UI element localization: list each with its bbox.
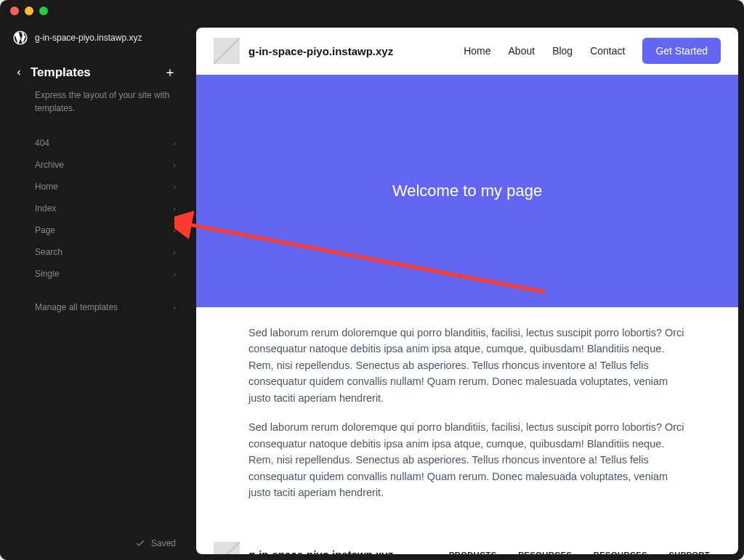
check-icon xyxy=(135,538,145,548)
template-item-archive[interactable]: Archive › xyxy=(15,154,176,176)
site-brand: g-in-space-piyo.instawp.xyz xyxy=(214,38,393,64)
chevron-right-icon: › xyxy=(173,248,176,256)
footer-brand: g-in-space-piyo.instawp.xyz xyxy=(214,542,393,554)
template-item-home[interactable]: Home › xyxy=(15,176,176,198)
editor-sidebar: g-in-space-piyo.instawp.xyz Templates Ex… xyxy=(0,22,190,560)
footer-col-resources-2[interactable]: RESOURCES xyxy=(594,551,647,554)
footer-nav: PRODUCTS RESOURCES RESOURCES SUPPORT xyxy=(438,551,721,554)
chevron-right-icon: › xyxy=(173,204,176,213)
app-window: g-in-space-piyo.instawp.xyz Templates Ex… xyxy=(0,0,744,560)
template-item-label: 404 xyxy=(35,138,49,148)
chevron-right-icon: › xyxy=(173,303,176,312)
nav-link-about[interactable]: About xyxy=(509,45,535,57)
footer-col-support[interactable]: SUPPORT xyxy=(669,551,711,554)
wordpress-icon xyxy=(13,31,28,45)
hero-block[interactable]: Welcome to my page xyxy=(196,75,738,307)
site-logo-placeholder[interactable] xyxy=(214,542,240,554)
site-logo-placeholder[interactable] xyxy=(214,38,240,64)
footer-site-name[interactable]: g-in-space-piyo.instawp.xyz xyxy=(248,548,393,554)
template-item-page[interactable]: Page › xyxy=(15,219,176,241)
nav-link-contact[interactable]: Contact xyxy=(590,45,625,57)
site-footer: g-in-space-piyo.instawp.xyz PRODUCTS RES… xyxy=(196,532,738,554)
panel-title: Templates xyxy=(31,65,164,80)
template-item-search[interactable]: Search › xyxy=(15,241,176,263)
chevron-right-icon: › xyxy=(173,139,176,147)
manage-all-templates[interactable]: Manage all templates › xyxy=(15,291,176,318)
paragraph: Sed laborum rerum doloremque qui porro b… xyxy=(248,325,686,406)
saved-label: Saved xyxy=(151,538,176,548)
nav-link-blog[interactable]: Blog xyxy=(552,45,573,57)
manage-label: Manage all templates xyxy=(35,302,118,312)
site-header: g-in-space-piyo.instawp.xyz Home About B… xyxy=(196,28,738,75)
site-name[interactable]: g-in-space-piyo.instawp.xyz xyxy=(248,45,393,57)
template-item-label: Search xyxy=(35,247,62,257)
nav-link-home[interactable]: Home xyxy=(464,45,490,57)
maximize-window-button[interactable] xyxy=(39,7,48,15)
get-started-button[interactable]: Get Started xyxy=(642,38,721,64)
template-item-index[interactable]: Index › xyxy=(15,198,176,219)
footer-col-products[interactable]: PRODUCTS xyxy=(449,551,497,554)
hero-title: Welcome to my page xyxy=(392,182,542,200)
template-list: 404 › Archive › Home › Index › Page › Se… xyxy=(0,126,190,291)
chevron-right-icon: › xyxy=(173,226,176,235)
template-item-label: Home xyxy=(35,182,58,192)
titlebar xyxy=(0,0,744,22)
close-window-button[interactable] xyxy=(10,7,19,15)
site-identity-row[interactable]: g-in-space-piyo.instawp.xyz xyxy=(0,22,190,54)
template-item-label: Single xyxy=(35,269,59,279)
panel-description: Express the layout of your site with tem… xyxy=(0,86,190,126)
saved-status: Saved xyxy=(135,538,176,548)
chevron-right-icon: › xyxy=(173,161,176,169)
template-preview: g-in-space-piyo.instawp.xyz Home About B… xyxy=(196,28,738,554)
content-block[interactable]: Sed laborum rerum doloremque qui porro b… xyxy=(196,307,738,532)
template-item-label: Index xyxy=(35,203,56,214)
template-item-404[interactable]: 404 › xyxy=(15,132,176,154)
minimize-window-button[interactable] xyxy=(25,7,33,15)
template-item-label: Archive xyxy=(35,160,64,170)
footer-col-resources[interactable]: RESOURCES xyxy=(518,551,572,554)
add-template-button[interactable] xyxy=(164,67,176,78)
template-item-single[interactable]: Single › xyxy=(15,263,176,285)
site-nav: Home About Blog Contact Get Started xyxy=(464,38,721,64)
site-label: g-in-space-piyo.instawp.xyz xyxy=(35,33,142,43)
paragraph: Sed laborum rerum doloremque qui porro b… xyxy=(248,419,686,500)
chevron-right-icon: › xyxy=(173,182,176,191)
back-button[interactable] xyxy=(15,68,23,77)
chevron-right-icon: › xyxy=(173,269,176,278)
template-item-label: Page xyxy=(35,225,55,235)
